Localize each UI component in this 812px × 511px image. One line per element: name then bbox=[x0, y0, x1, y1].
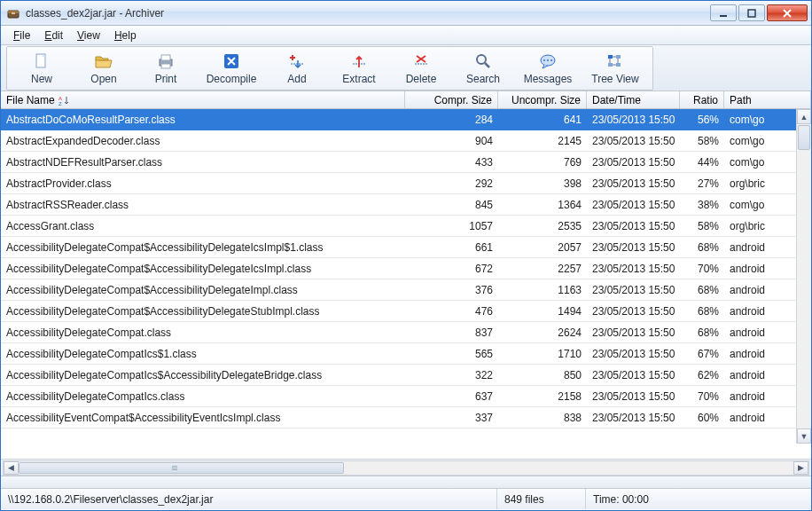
menu-file[interactable]: File bbox=[8, 28, 35, 43]
cell-compr: 337 bbox=[405, 412, 498, 424]
cell-ratio: 68% bbox=[680, 284, 724, 296]
toolbar-label: Add bbox=[287, 73, 306, 85]
cell-name: AbstractNDEFResultParser.class bbox=[1, 156, 405, 169]
cell-name: AbstractProvider.class bbox=[1, 177, 405, 190]
table-row[interactable]: AccessibilityEventCompat$AccessibilityEv… bbox=[1, 407, 796, 428]
svg-rect-18 bbox=[608, 55, 613, 59]
cell-uncompr: 2158 bbox=[498, 390, 587, 403]
minimize-button[interactable] bbox=[710, 4, 737, 21]
close-button[interactable] bbox=[767, 4, 808, 21]
delete-button[interactable]: Delete bbox=[390, 50, 452, 87]
cell-ratio: 58% bbox=[680, 135, 724, 147]
table-row[interactable]: AccessibilityDelegateCompat$Accessibilit… bbox=[1, 237, 796, 258]
cell-path: android bbox=[724, 412, 796, 424]
cell-date: 23/05/2013 15:50 bbox=[587, 114, 680, 126]
svg-rect-4 bbox=[748, 10, 755, 17]
cell-uncompr: 2145 bbox=[498, 135, 587, 147]
messages-button[interactable]: Messages bbox=[514, 50, 582, 87]
scroll-right-button[interactable]: ▶ bbox=[793, 461, 808, 475]
cell-name: AccessibilityDelegateCompatIcs$1.class bbox=[1, 348, 405, 360]
print-button[interactable]: Print bbox=[135, 50, 197, 87]
table-row[interactable]: AccessGrant.class1057253523/05/2013 15:5… bbox=[1, 216, 796, 237]
cell-compr: 661 bbox=[405, 241, 498, 254]
scroll-left-button[interactable]: ◀ bbox=[4, 461, 19, 475]
cell-uncompr: 2257 bbox=[498, 263, 587, 275]
table-row[interactable]: AbstractDoCoMoResultParser.class28464123… bbox=[1, 109, 796, 130]
cell-uncompr: 2535 bbox=[498, 220, 587, 232]
sort-az-icon: AZ bbox=[59, 95, 71, 106]
cell-uncompr: 2057 bbox=[498, 241, 587, 254]
cell-compr: 672 bbox=[405, 263, 498, 275]
menu-edit[interactable]: Edit bbox=[39, 28, 68, 43]
column-ratio[interactable]: Ratio bbox=[680, 91, 724, 108]
svg-point-16 bbox=[547, 59, 549, 61]
cell-compr: 837 bbox=[405, 326, 498, 339]
cell-path: android bbox=[724, 326, 796, 339]
cell-uncompr: 1364 bbox=[498, 199, 587, 211]
cell-ratio: 58% bbox=[680, 220, 724, 232]
table-row[interactable]: AbstractExpandedDecoder.class904214523/0… bbox=[1, 130, 796, 152]
vertical-scrollbar[interactable]: ▲ ▼ bbox=[796, 109, 811, 444]
scroll-down-button[interactable]: ▼ bbox=[797, 428, 811, 444]
cell-ratio: 67% bbox=[680, 348, 724, 360]
cell-date: 23/05/2013 15:50 bbox=[587, 412, 680, 424]
cell-compr: 637 bbox=[405, 390, 498, 403]
footer-gap bbox=[1, 476, 811, 488]
table-row[interactable]: AccessibilityDelegateCompat.class8372624… bbox=[1, 322, 796, 343]
column-compressed-size[interactable]: Compr. Size bbox=[405, 91, 498, 108]
maximize-button[interactable] bbox=[738, 4, 765, 21]
table-row[interactable]: AccessibilityDelegateCompatIcs.class6372… bbox=[1, 386, 796, 407]
cell-name: AbstractExpandedDecoder.class bbox=[1, 135, 405, 147]
new-button[interactable]: New bbox=[11, 50, 73, 87]
column-uncompressed-size[interactable]: Uncompr. Size bbox=[498, 91, 587, 108]
add-button[interactable]: Add bbox=[266, 50, 328, 87]
status-path: \\192.168.0.2\Fileserver\classes_dex2jar… bbox=[1, 489, 497, 509]
toolbar: New Open Print Decompile Add Extract Del… bbox=[1, 45, 811, 91]
menu-help[interactable]: Help bbox=[109, 28, 142, 43]
table-row[interactable]: AbstractProvider.class29239823/05/2013 1… bbox=[1, 173, 796, 194]
table-row[interactable]: AccessibilityDelegateCompat$Accessibilit… bbox=[1, 301, 796, 322]
cell-compr: 1057 bbox=[405, 220, 498, 232]
table-row[interactable]: AccessibilityDelegateCompat$Accessibilit… bbox=[1, 258, 796, 279]
cell-name: AbstractDoCoMoResultParser.class bbox=[1, 114, 405, 126]
toolbar-label: Extract bbox=[342, 73, 375, 85]
cell-path: android bbox=[724, 369, 796, 381]
cell-path: android bbox=[724, 284, 796, 296]
cell-path: com\go bbox=[724, 135, 796, 147]
table-row[interactable]: AccessibilityDelegateCompatIcs$1.class56… bbox=[1, 343, 796, 365]
column-path[interactable]: Path bbox=[724, 91, 811, 108]
new-icon bbox=[32, 51, 51, 71]
table-row[interactable]: AbstractNDEFResultParser.class43376923/0… bbox=[1, 152, 796, 173]
scroll-thumb[interactable] bbox=[798, 125, 810, 150]
cell-path: android bbox=[724, 348, 796, 360]
cell-date: 23/05/2013 15:50 bbox=[587, 241, 680, 254]
table-row[interactable]: AccessibilityDelegateCompat$Accessibilit… bbox=[1, 279, 796, 301]
menubar: File Edit View Help bbox=[1, 26, 811, 45]
toolbar-label: Print bbox=[155, 73, 177, 85]
open-icon bbox=[94, 51, 113, 71]
search-button[interactable]: Search bbox=[452, 50, 514, 87]
column-name[interactable]: File Name AZ bbox=[1, 91, 405, 108]
open-button[interactable]: Open bbox=[73, 50, 135, 87]
cell-uncompr: 838 bbox=[498, 412, 587, 424]
scroll-up-button[interactable]: ▲ bbox=[797, 109, 811, 124]
cell-name: AccessibilityDelegateCompatIcs.class bbox=[1, 390, 405, 403]
menu-view[interactable]: View bbox=[72, 28, 105, 43]
cell-date: 23/05/2013 15:50 bbox=[587, 263, 680, 275]
hscroll-thumb[interactable] bbox=[19, 462, 344, 474]
table-row[interactable]: AccessibilityDelegateCompatIcs$Accessibi… bbox=[1, 365, 796, 386]
cell-uncompr: 641 bbox=[498, 114, 587, 126]
column-datetime[interactable]: Date/Time bbox=[587, 91, 680, 108]
extract-button[interactable]: Extract bbox=[328, 50, 390, 87]
cell-date: 23/05/2013 15:50 bbox=[587, 369, 680, 381]
cell-name: AccessibilityDelegateCompat$Accessibilit… bbox=[1, 284, 405, 296]
statusbar: \\192.168.0.2\Fileserver\classes_dex2jar… bbox=[1, 488, 811, 509]
cell-ratio: 27% bbox=[680, 177, 724, 190]
table-row[interactable]: AbstractRSSReader.class845136423/05/2013… bbox=[1, 194, 796, 216]
treeview-button[interactable]: Tree View bbox=[582, 50, 649, 87]
cell-date: 23/05/2013 15:50 bbox=[587, 390, 680, 403]
decompile-button[interactable]: Decompile bbox=[197, 50, 266, 87]
horizontal-scrollbar[interactable]: ◀ ▶ bbox=[3, 460, 809, 476]
cell-date: 23/05/2013 15:50 bbox=[587, 305, 680, 318]
cell-date: 23/05/2013 15:50 bbox=[587, 135, 680, 147]
